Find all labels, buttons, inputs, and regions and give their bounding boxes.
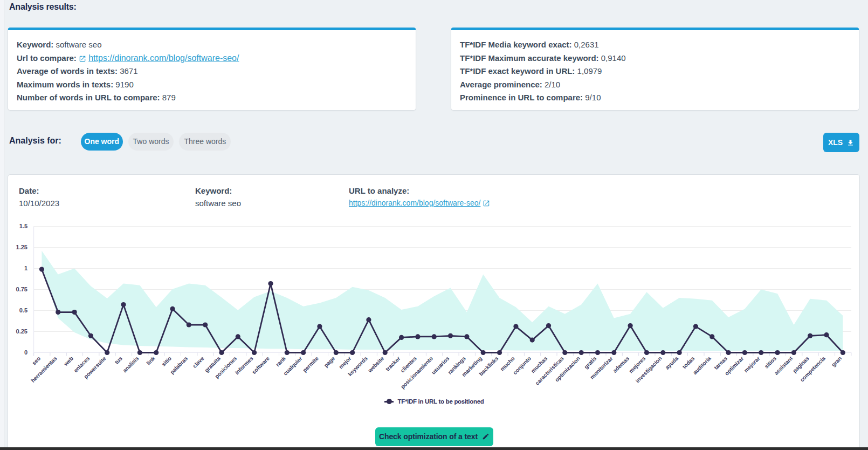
- svg-text:0: 0: [24, 349, 27, 356]
- svg-text:1.5: 1.5: [19, 223, 27, 229]
- svg-text:sitio: sitio: [161, 356, 173, 367]
- svg-text:0.75: 0.75: [16, 286, 27, 292]
- svg-text:clave: clave: [191, 355, 205, 369]
- svg-text:ademas: ademas: [612, 355, 631, 374]
- svg-text:mejor: mejor: [337, 356, 352, 370]
- svg-text:1.25: 1.25: [16, 244, 27, 250]
- svg-text:gran: gran: [830, 356, 843, 368]
- svg-text:permite: permite: [301, 355, 320, 373]
- svg-text:gratis: gratis: [583, 355, 597, 370]
- svg-text:1: 1: [24, 265, 27, 271]
- svg-text:mejorar: mejorar: [743, 356, 761, 374]
- svg-text:0.25: 0.25: [16, 328, 27, 335]
- svg-text:0.5: 0.5: [19, 307, 27, 313]
- svg-text:assistant: assistant: [773, 355, 794, 376]
- svg-text:auditoria: auditoria: [692, 355, 712, 376]
- svg-text:caracteristicas: caracteristicas: [534, 355, 565, 386]
- svg-text:website: website: [367, 355, 385, 374]
- svg-text:software: software: [251, 355, 271, 375]
- svg-text:posicionamiento: posicionamiento: [399, 356, 434, 390]
- svg-text:seo: seo: [31, 356, 42, 366]
- svg-text:informes: informes: [234, 355, 254, 376]
- svg-text:tareas: tareas: [713, 355, 728, 371]
- svg-text:conjunto: conjunto: [512, 356, 532, 376]
- svg-text:link: link: [146, 355, 156, 366]
- svg-text:rank: rank: [274, 355, 287, 367]
- svg-text:palabras: palabras: [169, 355, 189, 375]
- svg-text:page: page: [323, 355, 336, 369]
- svg-text:todas: todas: [681, 355, 696, 370]
- svg-text:sitios: sitios: [763, 355, 777, 369]
- svg-text:web: web: [63, 356, 74, 367]
- svg-text:ayuda: ayuda: [664, 355, 680, 371]
- svg-text:analisis: analisis: [122, 355, 140, 373]
- svg-text:tus: tus: [114, 355, 124, 365]
